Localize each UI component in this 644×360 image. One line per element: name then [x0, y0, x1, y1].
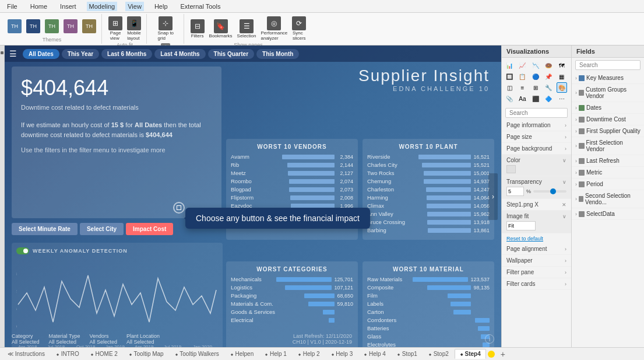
- menu-modeling[interactable]: Modeling: [87, 2, 118, 11]
- page-scroll-arrow[interactable]: ›: [488, 173, 498, 220]
- viz-icon-format-active[interactable]: 🎨: [557, 82, 567, 93]
- viz-icon-1[interactable]: 📊: [504, 60, 515, 71]
- filter-btn-city[interactable]: Select City: [80, 223, 124, 235]
- tab-help4[interactable]: ⬥ Help 4: [358, 349, 391, 359]
- viz-icon-17[interactable]: Aa: [517, 93, 527, 104]
- plant-row-9: Bruce Crossing 13,918: [367, 219, 490, 225]
- viz-prop-filter-cards[interactable]: Filter cards ›: [502, 278, 571, 290]
- reset-to-default-link[interactable]: Reset to default: [506, 236, 543, 242]
- viz-prop-step1-image[interactable]: Step1.png X ✕: [502, 199, 571, 211]
- weekly-toggle[interactable]: [16, 247, 29, 254]
- viz-icon-7[interactable]: 📋: [517, 71, 527, 82]
- active-indicator-dot: [488, 351, 495, 358]
- nav-last-6-months[interactable]: Last 6 Months: [101, 49, 152, 59]
- viz-icon-19[interactable]: 🔷: [543, 93, 554, 104]
- viz-prop-page-size[interactable]: Page size ›: [502, 131, 571, 143]
- mat-row-4: Labels: [367, 300, 490, 307]
- tab-stop2[interactable]: ⬥ Stop2: [423, 349, 454, 359]
- menu-insert[interactable]: Insert: [58, 2, 79, 11]
- filter-btn-minute-rate[interactable]: Select Minute Rate: [12, 223, 78, 235]
- menu-external-tools[interactable]: External Tools: [178, 2, 223, 11]
- report-nav: ☰ All Dates This Year Last 6 Months Last…: [5, 46, 501, 62]
- tab-tooltip-walkers[interactable]: ⬥ Tooltip Walkers: [170, 349, 224, 359]
- viz-prop-image-fit[interactable]: Image fit ∨: [502, 211, 571, 233]
- viz-prop-transparency[interactable]: Transparency ∨ %: [502, 176, 571, 199]
- tab-instructions[interactable]: ≪ Instructions: [2, 349, 50, 359]
- tab-helpen[interactable]: ⬥ Helpen: [225, 349, 259, 359]
- viz-prop-filter-pane[interactable]: Filter pane ›: [502, 267, 571, 278]
- tab-add-button[interactable]: +: [498, 349, 508, 359]
- ribbon-group-view: ⊞ Pageview 📱 Mobilelayout Auto fit: [103, 14, 147, 44]
- plant-row-8: Ann Valley 15,962: [367, 211, 490, 217]
- viz-icon-14[interactable]: 🔧: [543, 82, 554, 93]
- period-icon: [579, 181, 585, 187]
- hamburger-menu[interactable]: ☰: [9, 49, 17, 58]
- menu-view[interactable]: View: [125, 2, 144, 11]
- transparency-input[interactable]: [506, 187, 524, 196]
- viz-prop-page-info[interactable]: Page information ›: [502, 120, 571, 131]
- viz-prop-page-background[interactable]: Page background ›: [502, 143, 571, 155]
- transparency-slider[interactable]: [533, 190, 566, 193]
- viz-icon-2[interactable]: 📈: [517, 60, 527, 71]
- viz-icon-20[interactable]: ⋯: [557, 93, 567, 104]
- ribbon-btn-performance[interactable]: ◎ Performanceanalyzer: [259, 15, 289, 42]
- filter-btn-impact-cost[interactable]: Impact Cost: [126, 223, 173, 235]
- ribbon-btn-theme4[interactable]: TH: [62, 18, 79, 34]
- viz-icon-9[interactable]: 📌: [543, 71, 554, 82]
- plant-row-3: Two Rocks 15,001: [367, 170, 490, 176]
- viz-icon-5[interactable]: 🗺: [557, 60, 567, 71]
- image-fit-input[interactable]: [506, 221, 536, 230]
- ribbon-btn-theme5[interactable]: TH: [80, 18, 98, 34]
- tab-step4[interactable]: ⬥ Step4: [455, 349, 486, 359]
- viz-icon-18[interactable]: ⬛: [530, 93, 541, 104]
- fields-search-input[interactable]: [575, 60, 641, 70]
- viz-search-input[interactable]: [505, 108, 568, 118]
- kpi-label: Downtime cost related to defect material…: [21, 104, 212, 111]
- info-icon[interactable]: i: [485, 334, 494, 344]
- tab-help2[interactable]: ⬥ Help 2: [293, 349, 325, 359]
- tab-help1[interactable]: ⬥ Help 1: [259, 349, 292, 359]
- viz-icon-3[interactable]: 📉: [530, 60, 541, 71]
- ribbon-btn-bookmarks[interactable]: 🔖 Bookmarks: [207, 18, 234, 40]
- ribbon-btn-page-view[interactable]: ⊞ Pageview: [107, 15, 124, 42]
- nav-this-quarter[interactable]: This Quarter: [208, 49, 254, 59]
- ribbon-btn-theme1[interactable]: TH: [6, 18, 23, 34]
- menu-help[interactable]: Help: [152, 2, 170, 11]
- viz-prop-color[interactable]: Color ∨: [502, 155, 571, 176]
- viz-icon-8[interactable]: 🔵: [530, 71, 541, 82]
- ribbon-btn-sync[interactable]: ⟳ Syncslicers: [290, 15, 308, 42]
- nav-last-4-months[interactable]: Last 4 Months: [154, 49, 205, 59]
- tab-help3[interactable]: ⬥ Help 3: [326, 349, 358, 359]
- nav-all-dates[interactable]: All Dates: [23, 49, 59, 59]
- nav-this-month[interactable]: This Month: [256, 49, 299, 59]
- color-picker[interactable]: [506, 165, 516, 173]
- ribbon-btn-theme2[interactable]: TH: [24, 18, 42, 34]
- viz-icon-10[interactable]: ▦: [557, 71, 567, 82]
- viz-icon-16[interactable]: 📎: [504, 93, 515, 104]
- ribbon-btn-mobile[interactable]: 📱 Mobilelayout: [125, 15, 143, 42]
- tab-home2[interactable]: ⬥ HOME 2: [85, 349, 123, 359]
- viz-prop-wallpaper[interactable]: Wallpaper ›: [502, 255, 571, 267]
- ribbon-btn-theme3[interactable]: TH: [43, 18, 61, 34]
- menu-file[interactable]: File: [5, 2, 20, 11]
- plant-row-6: Harming 14,064: [367, 194, 490, 201]
- tab-intro[interactable]: ⬥ INTRO: [51, 349, 85, 359]
- key-measures-icon: [579, 75, 585, 81]
- tab-tooltip-map[interactable]: ⬥ Tooltip Map: [124, 349, 169, 359]
- viz-icon-12[interactable]: ≡: [517, 82, 527, 93]
- viz-icon-11[interactable]: ◫: [504, 82, 515, 93]
- plant-row-4: Chemung 14,937: [367, 178, 490, 184]
- viz-prop-page-alignment[interactable]: Page alignment ›: [502, 243, 571, 255]
- worst-plants-title: WORST 10 PLANT: [367, 144, 490, 150]
- first-supplier-icon: [579, 128, 585, 134]
- viz-icon-13[interactable]: ⊞: [530, 82, 541, 93]
- ribbon-btn-selection[interactable]: ☰ Selection: [235, 18, 258, 40]
- menu-home[interactable]: Home: [28, 2, 50, 11]
- tab-stop1[interactable]: ⬥ Stop1: [392, 349, 423, 359]
- nav-this-year[interactable]: This Year: [62, 49, 99, 59]
- ribbon-btn-filters[interactable]: ⊟ Filters: [189, 18, 206, 40]
- menu-bar: File Home Insert Modeling View Help Exte…: [0, 0, 644, 13]
- ribbon-btn-snap[interactable]: ⊹ Snap togrid: [156, 15, 175, 42]
- viz-icon-4[interactable]: 🍩: [543, 60, 554, 71]
- viz-icon-6[interactable]: 🔲: [504, 71, 515, 82]
